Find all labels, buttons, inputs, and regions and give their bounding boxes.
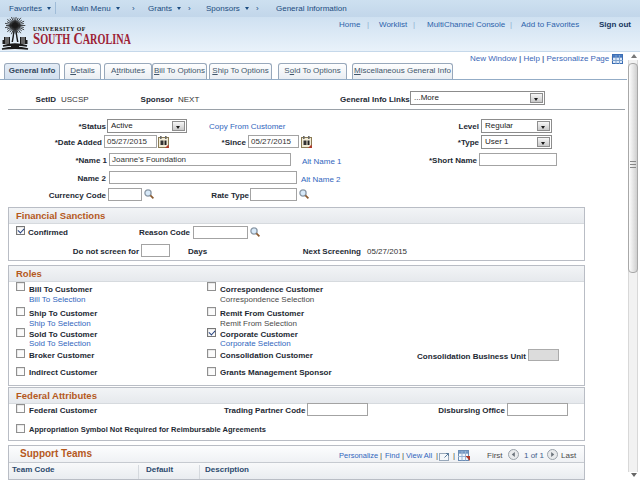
- svg-text:SOUTH CAROLINA: SOUTH CAROLINA: [33, 28, 131, 47]
